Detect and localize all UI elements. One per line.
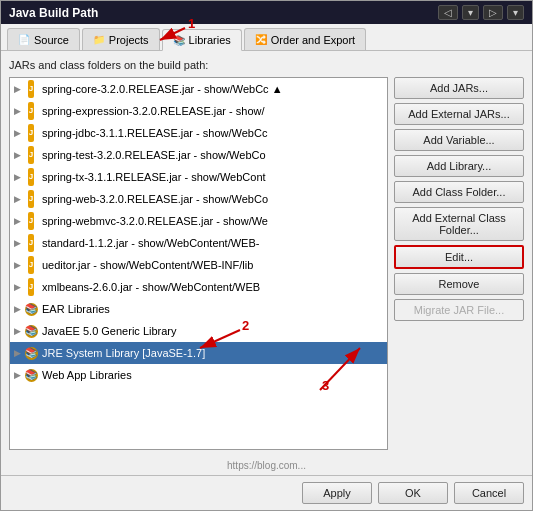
tabs-bar: 📄 Source 📁 Projects 📚 Libraries 🔀 Order …	[1, 24, 532, 51]
expand-arrow-icon: ▶	[14, 146, 21, 164]
action-btn-migrate-jar-file-: Migrate JAR File...	[394, 299, 524, 321]
action-buttons-panel: Add JARs...Add External JARs...Add Varia…	[394, 77, 524, 450]
jar-icon: J	[24, 214, 38, 228]
list-item[interactable]: ▶Jspring-expression-3.2.0.RELEASE.jar - …	[10, 100, 387, 122]
list-item[interactable]: ▶📚JRE System Library [JavaSE-1.7]	[10, 342, 387, 364]
expand-arrow-icon: ▶	[14, 234, 21, 252]
expand-arrow-icon: ▶	[14, 366, 21, 384]
action-btn-edit-[interactable]: Edit...	[394, 245, 524, 269]
list-label: JARs and class folders on the build path…	[9, 59, 524, 71]
tab-libraries-label: Libraries	[189, 34, 231, 46]
nav-dropdown2-btn[interactable]: ▾	[507, 5, 524, 20]
jar-icon: J	[24, 148, 38, 162]
library-icon: 📚	[24, 324, 38, 338]
list-item[interactable]: ▶📚JavaEE 5.0 Generic Library	[10, 320, 387, 342]
list-item-text: EAR Libraries	[42, 300, 383, 318]
list-item-text: xmlbeans-2.6.0.jar - show/WebContent/WEB	[42, 278, 383, 296]
list-item[interactable]: ▶Jspring-webmvc-3.2.0.RELEASE.jar - show…	[10, 210, 387, 232]
list-item-text: standard-1.1.2.jar - show/WebContent/WEB…	[42, 234, 383, 252]
list-item[interactable]: ▶Jstandard-1.1.2.jar - show/WebContent/W…	[10, 232, 387, 254]
expand-arrow-icon: ▶	[14, 102, 21, 120]
tab-projects[interactable]: 📁 Projects	[82, 28, 160, 50]
nav-dropdown-btn[interactable]: ▾	[462, 5, 479, 20]
list-item-text: JavaEE 5.0 Generic Library	[42, 322, 383, 340]
list-item-text: ueditor.jar - show/WebContent/WEB-INF/li…	[42, 256, 383, 274]
expand-arrow-icon: ▶	[14, 344, 21, 362]
list-item-text: spring-core-3.2.0.RELEASE.jar - show/Web…	[42, 80, 383, 98]
nav-forward-btn[interactable]: ▷	[483, 5, 503, 20]
action-btn-add-variable-[interactable]: Add Variable...	[394, 129, 524, 151]
tab-order-label: Order and Export	[271, 34, 355, 46]
jar-icon: J	[24, 82, 38, 96]
source-tab-icon: 📄	[18, 34, 30, 45]
list-item-text: spring-tx-3.1.1.RELEASE.jar - show/WebCo…	[42, 168, 383, 186]
jar-icon: J	[24, 170, 38, 184]
jar-icon: J	[24, 192, 38, 206]
jar-icon: J	[24, 126, 38, 140]
action-btn-add-external-jars-[interactable]: Add External JARs...	[394, 103, 524, 125]
list-item[interactable]: ▶Jspring-tx-3.1.1.RELEASE.jar - show/Web…	[10, 166, 387, 188]
nav-back-btn[interactable]: ◁	[438, 5, 458, 20]
dialog-title: Java Build Path	[9, 6, 98, 20]
list-item-text: spring-expression-3.2.0.RELEASE.jar - sh…	[42, 102, 383, 120]
expand-arrow-icon: ▶	[14, 212, 21, 230]
action-btn-add-jars-[interactable]: Add JARs...	[394, 77, 524, 99]
main-panel: ▶Jspring-core-3.2.0.RELEASE.jar - show/W…	[9, 77, 524, 450]
list-item[interactable]: ▶Jspring-test-3.2.0.RELEASE.jar - show/W…	[10, 144, 387, 166]
expand-arrow-icon: ▶	[14, 190, 21, 208]
list-item[interactable]: ▶Jxmlbeans-2.6.0.jar - show/WebContent/W…	[10, 276, 387, 298]
expand-arrow-icon: ▶	[14, 322, 21, 340]
jar-icon: J	[24, 258, 38, 272]
list-item[interactable]: ▶Jueditor.jar - show/WebContent/WEB-INF/…	[10, 254, 387, 276]
watermark-text: https://blog.com...	[227, 460, 306, 471]
tab-libraries[interactable]: 📚 Libraries	[162, 29, 242, 51]
action-btn-add-class-folder-[interactable]: Add Class Folder...	[394, 181, 524, 203]
expand-arrow-icon: ▶	[14, 124, 21, 142]
list-item[interactable]: ▶📚Web App Libraries	[10, 364, 387, 386]
bottom-bar: ApplyOKCancel	[1, 475, 532, 510]
list-item[interactable]: ▶Jspring-jdbc-3.1.1.RELEASE.jar - show/W…	[10, 122, 387, 144]
libraries-tab-icon: 📚	[173, 35, 185, 46]
list-item[interactable]: ▶📚EAR Libraries	[10, 298, 387, 320]
expand-arrow-icon: ▶	[14, 168, 21, 186]
list-item-text: spring-test-3.2.0.RELEASE.jar - show/Web…	[42, 146, 383, 164]
apply-button[interactable]: Apply	[302, 482, 372, 504]
list-item[interactable]: ▶Jspring-core-3.2.0.RELEASE.jar - show/W…	[10, 78, 387, 100]
jar-list[interactable]: ▶Jspring-core-3.2.0.RELEASE.jar - show/W…	[9, 77, 388, 450]
title-nav-buttons: ◁ ▾ ▷ ▾	[438, 5, 524, 20]
library-icon: 📚	[24, 368, 38, 382]
title-bar: Java Build Path ◁ ▾ ▷ ▾	[1, 1, 532, 24]
list-item-text: JRE System Library [JavaSE-1.7]	[42, 344, 383, 362]
watermark-bar: https://blog.com...	[1, 458, 532, 475]
list-item[interactable]: ▶Jspring-web-3.2.0.RELEASE.jar - show/We…	[10, 188, 387, 210]
list-item-text: spring-jdbc-3.1.1.RELEASE.jar - show/Web…	[42, 124, 383, 142]
action-btn-add-library-[interactable]: Add Library...	[394, 155, 524, 177]
jar-icon: J	[24, 280, 38, 294]
tab-projects-label: Projects	[109, 34, 149, 46]
jar-icon: J	[24, 236, 38, 250]
expand-arrow-icon: ▶	[14, 80, 21, 98]
tab-source-label: Source	[34, 34, 69, 46]
ok-button[interactable]: OK	[378, 482, 448, 504]
tab-order-export[interactable]: 🔀 Order and Export	[244, 28, 366, 50]
jar-icon: J	[24, 104, 38, 118]
action-btn-add-external-class-folder-[interactable]: Add External Class Folder...	[394, 207, 524, 241]
list-item-text: spring-web-3.2.0.RELEASE.jar - show/WebC…	[42, 190, 383, 208]
list-item-text: Web App Libraries	[42, 366, 383, 384]
content-area: JARs and class folders on the build path…	[1, 51, 532, 458]
expand-arrow-icon: ▶	[14, 256, 21, 274]
library-icon: 📚	[24, 346, 38, 360]
projects-tab-icon: 📁	[93, 34, 105, 45]
order-tab-icon: 🔀	[255, 34, 267, 45]
expand-arrow-icon: ▶	[14, 278, 21, 296]
library-icon: 📚	[24, 302, 38, 316]
expand-arrow-icon: ▶	[14, 300, 21, 318]
cancel-button[interactable]: Cancel	[454, 482, 524, 504]
list-item-text: spring-webmvc-3.2.0.RELEASE.jar - show/W…	[42, 212, 383, 230]
action-btn-remove[interactable]: Remove	[394, 273, 524, 295]
tab-source[interactable]: 📄 Source	[7, 28, 80, 50]
